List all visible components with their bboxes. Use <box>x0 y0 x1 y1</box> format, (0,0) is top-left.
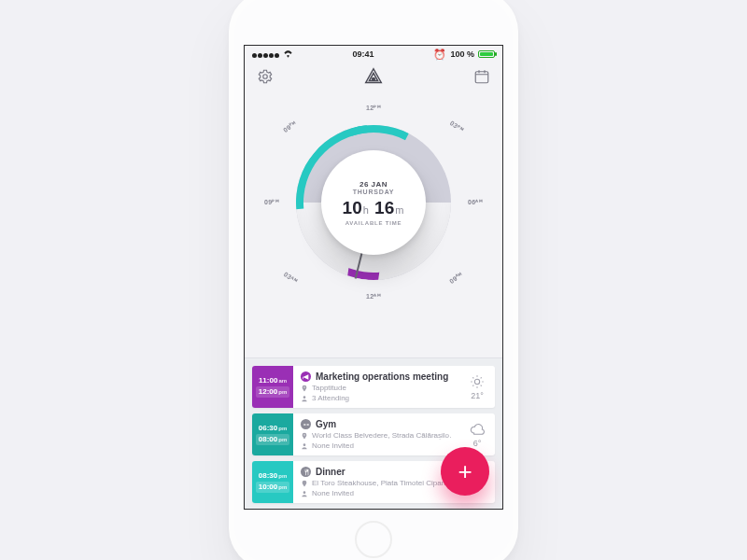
dial-available-time: 10h 16m <box>343 198 405 218</box>
event-location: Tapptitude <box>312 384 346 392</box>
svg-point-5 <box>303 443 306 446</box>
tick-12am: 12ᴬᴹ <box>366 293 381 301</box>
gear-icon <box>257 68 274 85</box>
event-time-chip: 08:30pm 10:00pm <box>252 461 293 503</box>
add-event-button[interactable]: + <box>441 447 489 496</box>
event-attendees: None Invited <box>312 489 354 497</box>
calendar-icon <box>473 68 490 85</box>
person-icon <box>301 490 308 497</box>
person-icon <box>301 395 308 402</box>
dial-hours: 10 <box>343 198 362 217</box>
event-location: El Toro Steakhouse, Piata Timotei Cipari… <box>312 479 453 487</box>
sun-icon <box>470 374 485 389</box>
phone-frame: 09:41 ⏰ 100 % <box>229 0 518 560</box>
wifi-icon <box>283 49 293 60</box>
home-button[interactable] <box>355 521 392 558</box>
event-time-chip: 06:30pm 08:00pm <box>252 413 293 455</box>
svg-point-3 <box>303 396 306 399</box>
signal-dots-icon <box>252 50 280 60</box>
app-header <box>245 63 502 91</box>
battery-icon <box>478 50 495 58</box>
event-weather: 21° <box>459 366 495 408</box>
event-attendees: None Invited <box>312 441 354 450</box>
marketing-icon <box>301 371 311 382</box>
gym-icon <box>301 419 311 429</box>
svg-point-0 <box>263 75 268 79</box>
battery-pct: 100 % <box>450 49 474 59</box>
plus-icon: + <box>458 457 472 486</box>
person-icon <box>301 442 308 450</box>
app-logo-icon <box>363 66 384 87</box>
dial-available-label: AVAILABLE TIME <box>345 220 402 226</box>
tick-09pm: 09ᴾᴹ <box>282 119 299 134</box>
cloud-icon <box>470 422 485 437</box>
dinner-icon <box>301 467 311 477</box>
event-temp: 6° <box>473 439 482 448</box>
event-title: Dinner <box>316 467 345 477</box>
tick-03pm: 03ᴾᴹ <box>448 119 465 134</box>
status-left <box>252 49 293 60</box>
svg-rect-2 <box>475 72 488 83</box>
availability-dial[interactable]: 26 JAN THURSDAY 10h 16m AVAILABLE TIME 1… <box>245 91 502 315</box>
status-right: ⏰ 100 % <box>433 49 495 61</box>
status-time: 09:41 <box>352 49 374 59</box>
event-temp: 21° <box>471 391 484 400</box>
dial-hub: 26 JAN THURSDAY 10h 16m AVAILABLE TIME <box>321 150 426 255</box>
tick-12pm: 12ᴾᴹ <box>366 105 381 112</box>
alarm-icon: ⏰ <box>433 49 446 61</box>
tick-06pm: 09ᴾᴹ <box>264 199 279 206</box>
tick-03am: 03ᴬᴹ <box>282 271 299 286</box>
status-bar: 09:41 ⏰ 100 % <box>245 46 502 63</box>
event-attendees: 3 Attending <box>312 394 349 402</box>
event-card[interactable]: 11:00am 12:00pm Marketing operations mee… <box>252 366 495 408</box>
event-title: Gym <box>316 419 336 429</box>
event-title: Marketing operations meeting <box>316 371 448 382</box>
tick-09am: 09ᴬᴹ <box>448 271 465 286</box>
app-screen: 09:41 ⏰ 100 % <box>244 45 503 510</box>
svg-point-1 <box>373 77 375 80</box>
pin-icon <box>301 480 308 487</box>
event-time-chip: 11:00am 12:00pm <box>252 366 293 408</box>
settings-button[interactable] <box>256 67 275 86</box>
dial-dayofweek: THURSDAY <box>353 189 395 195</box>
tick-06am: 06ᴬᴹ <box>468 199 483 206</box>
svg-point-6 <box>303 491 306 494</box>
dial-minutes: 16 <box>374 198 394 217</box>
svg-point-4 <box>474 379 479 384</box>
pin-icon <box>301 432 308 440</box>
calendar-button[interactable] <box>472 67 491 86</box>
dial-date: 26 JAN <box>359 180 388 189</box>
event-location: World Class Belvedere, Strada Călărașilo… <box>312 431 452 440</box>
pin-icon <box>301 385 308 392</box>
